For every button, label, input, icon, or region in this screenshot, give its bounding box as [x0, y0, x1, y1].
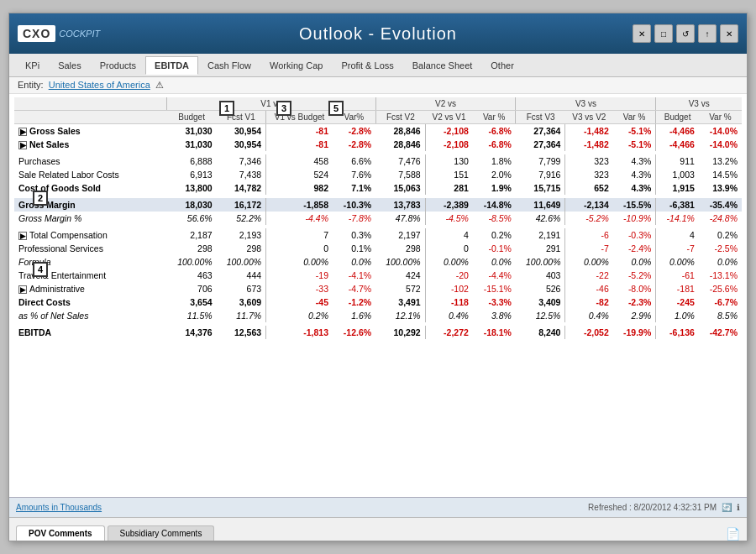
table-row: ▶Total Compensation2,1872,19370.3%2,1974…	[14, 228, 742, 242]
cell-value: 524	[266, 168, 333, 181]
cell-value: -1,482	[565, 138, 613, 151]
cell-value: -1,858	[266, 198, 333, 212]
cell-value: 47.8%	[375, 212, 425, 225]
cell-value: 1,915	[656, 181, 699, 195]
cell-value: 3,409	[516, 295, 565, 309]
cell-value: 2.0%	[473, 168, 516, 181]
row-label: as % of Net Sales	[14, 309, 167, 322]
cell-value: 0.0%	[333, 255, 375, 269]
cell-value: -2.8%	[333, 138, 375, 151]
cell-value: 982	[266, 181, 333, 195]
cell-value: -12.6%	[333, 326, 375, 339]
cell-value: -0.3%	[613, 228, 656, 242]
amounts-label[interactable]: Amounts in Thousands	[16, 503, 102, 512]
cell-value: -7	[565, 242, 613, 255]
table-wrapper: V1 vs V2 vs V3 vs V3 vs Budget Fcst V1 V…	[9, 94, 747, 342]
entity-name[interactable]: United States of America	[49, 80, 150, 90]
cell-value: 0	[266, 242, 333, 255]
cell-value: -5.2%	[565, 212, 613, 225]
cell-value: 27,364	[516, 138, 565, 151]
row-label: ▶Net Sales	[14, 138, 167, 151]
expand-icon[interactable]: ▶	[18, 141, 27, 149]
cell-value: 526	[516, 282, 565, 295]
cell-value: 30,954	[217, 138, 266, 151]
nav-ebitda[interactable]: EBITDA	[145, 56, 198, 75]
table-row: Purchases6,8887,3464586.6%7,4761301.8%7,…	[14, 154, 742, 168]
row-label: EBITDA	[14, 326, 167, 339]
cell-value: -33	[266, 282, 333, 295]
cell-value: 6.6%	[333, 154, 375, 168]
main-content: 1 2 3 4 5	[9, 94, 747, 497]
cell-value: 298	[167, 242, 217, 255]
cell-value: 15,063	[375, 181, 425, 195]
badge-2: 2	[33, 191, 48, 206]
tab-pov-comments[interactable]: POV Comments	[16, 525, 105, 541]
icon-btn-3[interactable]: ↺	[676, 24, 695, 43]
cell-value: -14.1%	[656, 212, 699, 225]
cell-value: -10.9%	[613, 212, 656, 225]
table-row: Travel& Entertainment463444-19-4.1%424-2…	[14, 269, 742, 282]
cell-value: 323	[565, 168, 613, 181]
nav-other[interactable]: Other	[481, 56, 523, 75]
icon-btn-5[interactable]: ✕	[720, 24, 738, 43]
cell-value: 10,292	[375, 326, 425, 339]
cell-value: -5.1%	[613, 138, 656, 151]
refresh-icon[interactable]: 🔄	[722, 503, 732, 512]
nav-sales[interactable]: Sales	[49, 56, 91, 75]
icon-btn-4[interactable]: ↑	[698, 24, 717, 43]
nav-pl[interactable]: Profit & Loss	[332, 56, 402, 75]
cell-value: 0	[425, 242, 473, 255]
cell-value: -102	[425, 282, 473, 295]
cell-value: -45	[266, 295, 333, 309]
entity-label: Entity:	[18, 80, 44, 90]
cell-value: -3.3%	[473, 295, 516, 309]
th-v2: V2 vs	[375, 97, 516, 111]
cell-value: 0.00%	[565, 255, 613, 269]
cell-value: 100.00%	[167, 255, 217, 269]
tab-subsidiary-comments[interactable]: Subsidiary Comments	[108, 525, 215, 541]
nav-kpi[interactable]: KPi	[16, 56, 49, 75]
expand-icon[interactable]: ▶	[18, 128, 27, 136]
cell-value: -6.7%	[699, 295, 742, 309]
cell-value: -19	[266, 269, 333, 282]
cell-value: -2,108	[425, 138, 473, 151]
cell-value: 673	[217, 282, 266, 295]
nav-products[interactable]: Products	[91, 56, 145, 75]
nav-cashflow[interactable]: Cash Flow	[198, 56, 260, 75]
cell-value: 1.9%	[473, 181, 516, 195]
cell-value: 151	[425, 168, 473, 181]
row-label: ▶Administrative	[14, 282, 167, 295]
cell-value: -2,389	[425, 198, 473, 212]
cell-value: -4.4%	[266, 212, 333, 225]
cell-value: 8.5%	[699, 309, 742, 322]
entity-bar: Entity: United States of America ⚠	[9, 77, 747, 94]
nav-workingcap[interactable]: Working Cap	[260, 56, 332, 75]
cell-value: 14.5%	[699, 168, 742, 181]
cell-value: -118	[425, 295, 473, 309]
info-icon[interactable]: ℹ	[737, 503, 740, 512]
icon-btn-1[interactable]: ✕	[633, 24, 651, 43]
cell-value: -35.4%	[699, 198, 742, 212]
table-row: EBITDA14,37612,563-1,813-12.6%10,292-2,2…	[14, 326, 742, 339]
expand-icon[interactable]: ▶	[18, 232, 27, 240]
page-title: Outlook - Evolution	[299, 24, 457, 44]
cell-value: 52.2%	[217, 212, 266, 225]
cell-value: 2,197	[375, 228, 425, 242]
table-row: Gross Margin18,03016,172-1,858-10.3%13,7…	[14, 198, 742, 212]
cell-value: 403	[516, 269, 565, 282]
cell-value: -82	[565, 295, 613, 309]
cell-value: -2,134	[565, 198, 613, 212]
cell-value: 3,491	[375, 295, 425, 309]
expand-icon[interactable]: ▶	[18, 285, 27, 294]
icon-btn-2[interactable]: □	[654, 24, 673, 43]
cell-value: 3.8%	[473, 309, 516, 322]
cell-value: -2.3%	[613, 295, 656, 309]
nav-balance[interactable]: Balance Sheet	[403, 56, 482, 75]
cell-value: 12.1%	[375, 309, 425, 322]
header: CXO COCKPIT Outlook - Evolution ✕ □ ↺ ↑ …	[9, 13, 747, 54]
cell-value: 0.2%	[699, 228, 742, 242]
cell-value: -15.1%	[473, 282, 516, 295]
cell-value: -8.0%	[613, 282, 656, 295]
cell-value: 1,003	[656, 168, 699, 181]
cell-value: 7,476	[375, 154, 425, 168]
